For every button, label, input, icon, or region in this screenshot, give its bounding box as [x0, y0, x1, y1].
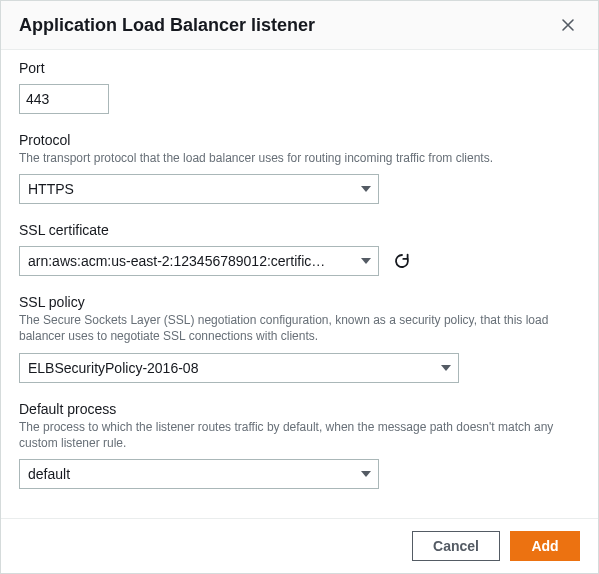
protocol-hint: The transport protocol that the load bal… [19, 150, 580, 166]
ssl-policy-select[interactable]: ELBSecurityPolicy-2016-08 [19, 353, 459, 383]
port-label: Port [19, 60, 580, 76]
ssl-certificate-select[interactable]: arn:aws:acm:us-east-2:123456789012:certi… [19, 246, 379, 276]
default-process-label: Default process [19, 401, 580, 417]
ssl-certificate-value: arn:aws:acm:us-east-2:123456789012:certi… [28, 253, 350, 269]
protocol-group: Protocol The transport protocol that the… [19, 132, 580, 204]
ssl-policy-value: ELBSecurityPolicy-2016-08 [28, 360, 430, 376]
ssl-policy-label: SSL policy [19, 294, 580, 310]
ssl-policy-hint: The Secure Sockets Layer (SSL) negotiati… [19, 312, 580, 344]
refresh-button[interactable] [391, 250, 413, 272]
port-group: Port [19, 60, 580, 114]
close-icon [560, 17, 576, 33]
ssl-policy-group: SSL policy The Secure Sockets Layer (SSL… [19, 294, 580, 382]
dialog-footer: Cancel Add [1, 518, 598, 573]
protocol-select[interactable]: HTTPS [19, 174, 379, 204]
add-button[interactable]: Add [510, 531, 580, 561]
alb-listener-dialog: Application Load Balancer listener Port … [1, 1, 598, 573]
refresh-icon [393, 252, 411, 270]
default-process-select[interactable]: default [19, 459, 379, 489]
close-button[interactable] [556, 13, 580, 37]
default-process-hint: The process to which the listener routes… [19, 419, 580, 451]
default-process-group: Default process The process to which the… [19, 401, 580, 489]
port-input[interactable] [19, 84, 109, 114]
protocol-label: Protocol [19, 132, 580, 148]
default-process-value: default [28, 466, 350, 482]
cancel-button[interactable]: Cancel [412, 531, 500, 561]
dialog-header: Application Load Balancer listener [1, 1, 598, 50]
ssl-certificate-label: SSL certificate [19, 222, 580, 238]
dialog-content: Port Protocol The transport protocol tha… [1, 50, 598, 518]
ssl-certificate-group: SSL certificate arn:aws:acm:us-east-2:12… [19, 222, 580, 276]
dialog-title: Application Load Balancer listener [19, 15, 315, 36]
protocol-value: HTTPS [28, 181, 350, 197]
